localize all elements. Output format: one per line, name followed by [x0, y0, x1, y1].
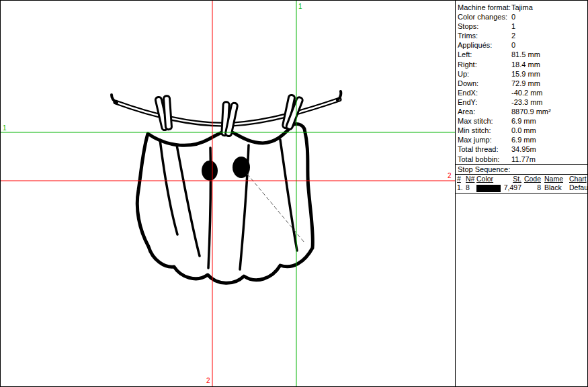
info-label: Color changes:	[456, 12, 511, 22]
info-label: Min stitch:	[456, 126, 511, 135]
seq-cell-code: 8	[521, 183, 541, 193]
guide-label-green-top: 1	[298, 3, 302, 10]
info-value: 11.77m	[511, 155, 588, 164]
clothespin-middle	[222, 102, 238, 137]
info-value: 8870.9 mm²	[511, 107, 588, 116]
info-value: 0	[511, 12, 588, 22]
info-row: Down:72.9 mm	[456, 79, 588, 88]
column-header-chart: Chart	[567, 175, 588, 184]
info-label: Total bobbin:	[456, 155, 511, 164]
guide-label-green-left: 1	[3, 124, 7, 132]
info-value: 1	[511, 22, 588, 31]
info-row: Trims:2	[456, 31, 588, 40]
ghost-body[interactable]	[137, 124, 312, 283]
info-row: Total bobbin:11.77m	[456, 155, 588, 164]
info-row: EndX:-40.2 mm	[456, 88, 588, 97]
info-value: 6.9 mm	[511, 135, 588, 144]
info-row: Min stitch:0.0 mm	[456, 126, 588, 135]
info-row: Stops:1	[456, 22, 588, 31]
info-value: 15.9 mm	[511, 69, 588, 79]
info-value: 18.4 mm	[511, 60, 588, 69]
info-row: Right:18.4 mm	[456, 60, 588, 69]
info-label: EndY:	[456, 97, 511, 107]
info-label: Stops:	[456, 22, 511, 31]
seq-cell-stitches: 7,497	[501, 183, 521, 193]
info-row: Machine format:Tajima	[456, 3, 588, 12]
info-rows: Machine format:TajimaColor changes:0Stop…	[456, 1, 588, 164]
column-header-st: St.	[501, 175, 521, 184]
info-row: Max stitch:6.9 mm	[456, 116, 588, 126]
info-label: Up:	[456, 69, 511, 79]
embroidery-design-ghost[interactable]	[112, 91, 341, 283]
info-row: Left:81.5 mm	[456, 50, 588, 59]
seq-cell-needle: 8	[466, 183, 476, 193]
rope-end-right	[337, 91, 341, 100]
stop-sequence-rows: 1.87,4978BlackDefault	[456, 183, 588, 193]
info-label: Left:	[456, 50, 511, 59]
info-label: Appliqués:	[456, 40, 511, 50]
info-row: Appliqués:0	[456, 40, 588, 50]
info-label: Max jump:	[456, 135, 511, 144]
info-row: Max jump:6.9 mm	[456, 135, 588, 144]
rope-end-left	[112, 95, 117, 103]
info-label: EndX:	[456, 88, 511, 97]
guide-label-red-right: 2	[448, 172, 452, 179]
column-header-: #	[457, 175, 466, 184]
info-row: Up:15.9 mm	[456, 69, 588, 79]
seq-cell-number: 1.	[457, 183, 466, 193]
info-value: 72.9 mm	[511, 79, 588, 88]
info-value: 0	[511, 40, 588, 50]
guide-label-red-bottom: 2	[206, 377, 210, 384]
info-label: Down:	[456, 79, 511, 88]
info-label: Area:	[456, 107, 511, 116]
info-label: Trims:	[456, 31, 511, 40]
design-canvas[interactable]: 1 1 2 2	[1, 1, 455, 386]
design-canvas-area[interactable]: 1 1 2 2	[1, 1, 455, 386]
stop-sequence-title: Stop Sequence:	[456, 165, 588, 174]
info-value: 6.9 mm	[511, 116, 588, 126]
info-value: 0.0 mm	[511, 126, 588, 135]
info-value: 34.95m	[511, 144, 588, 154]
seq-cell-color	[476, 183, 501, 193]
info-value: -40.2 mm	[511, 88, 588, 97]
info-value: 81.5 mm	[511, 50, 588, 59]
seq-cell-chart: Default	[567, 183, 588, 193]
info-value: 2	[511, 31, 588, 40]
ghost-eye-right	[233, 157, 250, 178]
column-header-code: Code	[521, 175, 541, 184]
ghost-eye-left	[202, 161, 218, 181]
divider-below-stop-sequence-table	[456, 193, 588, 194]
column-header-name: Name	[541, 175, 567, 184]
info-label: Machine format:	[456, 3, 511, 12]
design-info-panel: Machine format:TajimaColor changes:0Stop…	[455, 1, 588, 386]
seq-cell-name: Black	[541, 183, 567, 193]
color-swatch[interactable]	[476, 185, 501, 192]
clothespin-left	[155, 95, 177, 132]
stop-sequence-header: #N#ColorSt.CodeNameChart	[456, 175, 588, 184]
info-label: Max stitch:	[456, 116, 511, 126]
embroidery-app-window: 1 1 2 2 Machine format:TajimaColor chang…	[0, 0, 588, 387]
info-row: EndY:-23.3 mm	[456, 97, 588, 107]
info-row: Area:8870.9 mm²	[456, 107, 588, 116]
stop-sequence-row[interactable]: 1.87,4978BlackDefault	[456, 183, 588, 193]
info-value: Tajima	[511, 3, 588, 12]
column-header-color: Color	[476, 175, 501, 184]
info-row: Total thread:34.95m	[456, 144, 588, 154]
info-label: Total thread:	[456, 144, 511, 154]
info-row: Color changes:0	[456, 12, 588, 22]
column-header-n: N#	[466, 175, 476, 184]
info-value: -23.3 mm	[511, 97, 588, 107]
info-label: Right:	[456, 60, 511, 69]
